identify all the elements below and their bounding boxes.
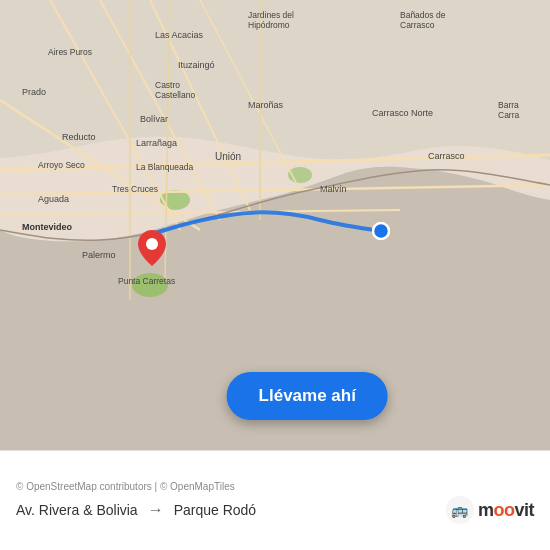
destination-marker [138,230,166,266]
svg-text:Maroñas: Maroñas [248,100,284,110]
svg-text:La Blanqueada: La Blanqueada [136,162,193,172]
svg-text:Barra: Barra [498,100,519,110]
svg-text:Montevideo: Montevideo [22,222,73,232]
svg-text:Tres Cruces: Tres Cruces [112,184,158,194]
svg-text:Jardines del: Jardines del [248,10,294,20]
svg-text:Castellano: Castellano [155,90,195,100]
svg-text:Larrañaga: Larrañaga [136,138,177,148]
route-from: Av. Rivera & Bolivia [16,502,138,518]
svg-text:Carrasco Norte: Carrasco Norte [372,108,433,118]
route-info: Av. Rivera & Bolivia → Parque Rodó 🚌 moo… [16,496,534,524]
svg-text:Punta Carretas: Punta Carretas [118,276,175,286]
navigate-button[interactable]: Llévame ahí [227,372,388,420]
moovit-icon: 🚌 [446,496,474,524]
svg-text:Hipódromo: Hipódromo [248,20,290,30]
svg-text:Aguada: Aguada [38,194,69,204]
svg-text:Malvín: Malvín [320,184,347,194]
svg-text:Arroyo Seco: Arroyo Seco [38,160,85,170]
attribution: © OpenStreetMap contributors | © OpenMap… [16,481,534,492]
bottom-bar: © OpenStreetMap contributors | © OpenMap… [0,450,550,550]
svg-text:Prado: Prado [22,87,46,97]
map-container: Las Acacias Jardines del Hipódromo Bañad… [0,0,550,450]
svg-text:Reducto: Reducto [62,132,96,142]
route-to: Parque Rodó [174,502,257,518]
svg-point-42 [146,238,158,250]
svg-text:Bolívar: Bolívar [140,114,168,124]
svg-text:Carra: Carra [498,110,520,120]
moovit-logo: 🚌 moovit [446,496,534,524]
route-arrow: → [148,501,164,519]
svg-text:Aires Puros: Aires Puros [48,47,92,57]
svg-text:Castro: Castro [155,80,180,90]
svg-text:Carrasco: Carrasco [400,20,435,30]
svg-text:Ituzaingó: Ituzaingó [178,60,215,70]
moovit-name: moovit [478,500,534,521]
origin-marker [372,222,390,240]
svg-point-43 [373,223,389,239]
svg-text:Unión: Unión [215,151,241,162]
svg-text:Las Acacias: Las Acacias [155,30,204,40]
svg-text:Carrasco: Carrasco [428,151,465,161]
svg-text:Palermo: Palermo [82,250,116,260]
svg-text:Bañados de: Bañados de [400,10,446,20]
